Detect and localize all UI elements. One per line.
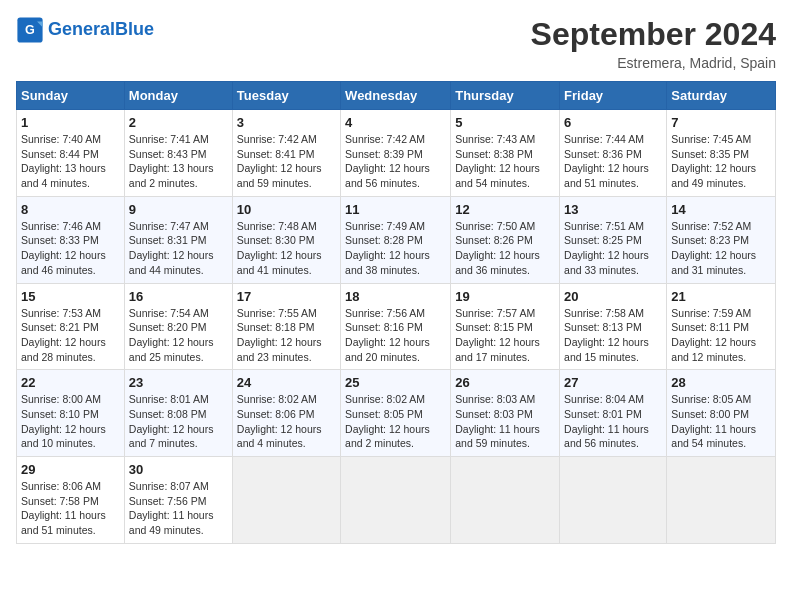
day-number: 12 <box>455 202 555 217</box>
day-number: 1 <box>21 115 120 130</box>
day-info: Sunrise: 7:43 AMSunset: 8:38 PMDaylight:… <box>455 132 555 191</box>
day-number: 13 <box>564 202 662 217</box>
day-info: Sunrise: 7:47 AMSunset: 8:31 PMDaylight:… <box>129 219 228 278</box>
day-number: 5 <box>455 115 555 130</box>
day-info: Sunrise: 8:07 AMSunset: 7:56 PMDaylight:… <box>129 479 228 538</box>
calendar-cell: 25 Sunrise: 8:02 AMSunset: 8:05 PMDaylig… <box>341 370 451 457</box>
day-info: Sunrise: 7:53 AMSunset: 8:21 PMDaylight:… <box>21 306 120 365</box>
calendar-cell <box>232 457 340 544</box>
calendar-cell: 10 Sunrise: 7:48 AMSunset: 8:30 PMDaylig… <box>232 196 340 283</box>
calendar-cell: 6 Sunrise: 7:44 AMSunset: 8:36 PMDayligh… <box>560 110 667 197</box>
calendar-cell: 19 Sunrise: 7:57 AMSunset: 8:15 PMDaylig… <box>451 283 560 370</box>
day-number: 29 <box>21 462 120 477</box>
day-number: 10 <box>237 202 336 217</box>
calendar-cell: 17 Sunrise: 7:55 AMSunset: 8:18 PMDaylig… <box>232 283 340 370</box>
calendar-cell: 9 Sunrise: 7:47 AMSunset: 8:31 PMDayligh… <box>124 196 232 283</box>
calendar-week-2: 8 Sunrise: 7:46 AMSunset: 8:33 PMDayligh… <box>17 196 776 283</box>
day-info: Sunrise: 8:03 AMSunset: 8:03 PMDaylight:… <box>455 392 555 451</box>
location: Estremera, Madrid, Spain <box>531 55 776 71</box>
day-info: Sunrise: 7:42 AMSunset: 8:41 PMDaylight:… <box>237 132 336 191</box>
day-number: 30 <box>129 462 228 477</box>
title-block: September 2024 Estremera, Madrid, Spain <box>531 16 776 71</box>
day-number: 2 <box>129 115 228 130</box>
calendar-cell: 3 Sunrise: 7:42 AMSunset: 8:41 PMDayligh… <box>232 110 340 197</box>
month-year: September 2024 <box>531 16 776 53</box>
calendar-cell: 5 Sunrise: 7:43 AMSunset: 8:38 PMDayligh… <box>451 110 560 197</box>
day-number: 21 <box>671 289 771 304</box>
day-number: 20 <box>564 289 662 304</box>
svg-text:G: G <box>25 23 35 37</box>
day-info: Sunrise: 7:52 AMSunset: 8:23 PMDaylight:… <box>671 219 771 278</box>
day-header-saturday: Saturday <box>667 82 776 110</box>
day-header-friday: Friday <box>560 82 667 110</box>
day-number: 27 <box>564 375 662 390</box>
calendar-week-3: 15 Sunrise: 7:53 AMSunset: 8:21 PMDaylig… <box>17 283 776 370</box>
calendar-cell: 27 Sunrise: 8:04 AMSunset: 8:01 PMDaylig… <box>560 370 667 457</box>
logo-text: GeneralBlue <box>48 20 154 40</box>
day-number: 9 <box>129 202 228 217</box>
day-number: 3 <box>237 115 336 130</box>
day-header-sunday: Sunday <box>17 82 125 110</box>
calendar-week-1: 1 Sunrise: 7:40 AMSunset: 8:44 PMDayligh… <box>17 110 776 197</box>
day-header-thursday: Thursday <box>451 82 560 110</box>
day-number: 23 <box>129 375 228 390</box>
calendar-cell: 2 Sunrise: 7:41 AMSunset: 8:43 PMDayligh… <box>124 110 232 197</box>
day-info: Sunrise: 7:55 AMSunset: 8:18 PMDaylight:… <box>237 306 336 365</box>
day-info: Sunrise: 7:49 AMSunset: 8:28 PMDaylight:… <box>345 219 446 278</box>
calendar-cell: 29 Sunrise: 8:06 AMSunset: 7:58 PMDaylig… <box>17 457 125 544</box>
calendar-cell: 1 Sunrise: 7:40 AMSunset: 8:44 PMDayligh… <box>17 110 125 197</box>
calendar-cell <box>667 457 776 544</box>
day-number: 14 <box>671 202 771 217</box>
calendar-week-4: 22 Sunrise: 8:00 AMSunset: 8:10 PMDaylig… <box>17 370 776 457</box>
day-info: Sunrise: 8:01 AMSunset: 8:08 PMDaylight:… <box>129 392 228 451</box>
calendar-cell: 7 Sunrise: 7:45 AMSunset: 8:35 PMDayligh… <box>667 110 776 197</box>
calendar-week-5: 29 Sunrise: 8:06 AMSunset: 7:58 PMDaylig… <box>17 457 776 544</box>
day-header-monday: Monday <box>124 82 232 110</box>
day-header-tuesday: Tuesday <box>232 82 340 110</box>
calendar-cell: 21 Sunrise: 7:59 AMSunset: 8:11 PMDaylig… <box>667 283 776 370</box>
calendar-table: SundayMondayTuesdayWednesdayThursdayFrid… <box>16 81 776 544</box>
day-info: Sunrise: 8:04 AMSunset: 8:01 PMDaylight:… <box>564 392 662 451</box>
calendar-cell: 26 Sunrise: 8:03 AMSunset: 8:03 PMDaylig… <box>451 370 560 457</box>
day-number: 11 <box>345 202 446 217</box>
calendar-cell: 8 Sunrise: 7:46 AMSunset: 8:33 PMDayligh… <box>17 196 125 283</box>
day-info: Sunrise: 8:02 AMSunset: 8:05 PMDaylight:… <box>345 392 446 451</box>
day-number: 25 <box>345 375 446 390</box>
day-number: 16 <box>129 289 228 304</box>
day-number: 18 <box>345 289 446 304</box>
day-info: Sunrise: 8:00 AMSunset: 8:10 PMDaylight:… <box>21 392 120 451</box>
day-info: Sunrise: 7:44 AMSunset: 8:36 PMDaylight:… <box>564 132 662 191</box>
day-info: Sunrise: 7:45 AMSunset: 8:35 PMDaylight:… <box>671 132 771 191</box>
day-info: Sunrise: 8:02 AMSunset: 8:06 PMDaylight:… <box>237 392 336 451</box>
day-info: Sunrise: 8:06 AMSunset: 7:58 PMDaylight:… <box>21 479 120 538</box>
calendar-cell <box>560 457 667 544</box>
calendar-header-row: SundayMondayTuesdayWednesdayThursdayFrid… <box>17 82 776 110</box>
calendar-cell <box>451 457 560 544</box>
calendar-cell: 12 Sunrise: 7:50 AMSunset: 8:26 PMDaylig… <box>451 196 560 283</box>
day-info: Sunrise: 7:59 AMSunset: 8:11 PMDaylight:… <box>671 306 771 365</box>
day-number: 22 <box>21 375 120 390</box>
day-number: 15 <box>21 289 120 304</box>
day-number: 6 <box>564 115 662 130</box>
day-number: 17 <box>237 289 336 304</box>
calendar-cell: 23 Sunrise: 8:01 AMSunset: 8:08 PMDaylig… <box>124 370 232 457</box>
day-header-wednesday: Wednesday <box>341 82 451 110</box>
day-number: 28 <box>671 375 771 390</box>
day-info: Sunrise: 7:42 AMSunset: 8:39 PMDaylight:… <box>345 132 446 191</box>
day-info: Sunrise: 7:57 AMSunset: 8:15 PMDaylight:… <box>455 306 555 365</box>
day-info: Sunrise: 7:41 AMSunset: 8:43 PMDaylight:… <box>129 132 228 191</box>
calendar-cell: 28 Sunrise: 8:05 AMSunset: 8:00 PMDaylig… <box>667 370 776 457</box>
logo-icon: G <box>16 16 44 44</box>
day-number: 7 <box>671 115 771 130</box>
day-info: Sunrise: 7:40 AMSunset: 8:44 PMDaylight:… <box>21 132 120 191</box>
calendar-cell: 14 Sunrise: 7:52 AMSunset: 8:23 PMDaylig… <box>667 196 776 283</box>
day-info: Sunrise: 7:50 AMSunset: 8:26 PMDaylight:… <box>455 219 555 278</box>
calendar-cell: 15 Sunrise: 7:53 AMSunset: 8:21 PMDaylig… <box>17 283 125 370</box>
calendar-cell: 13 Sunrise: 7:51 AMSunset: 8:25 PMDaylig… <box>560 196 667 283</box>
calendar-cell: 24 Sunrise: 8:02 AMSunset: 8:06 PMDaylig… <box>232 370 340 457</box>
day-info: Sunrise: 7:54 AMSunset: 8:20 PMDaylight:… <box>129 306 228 365</box>
calendar-cell: 16 Sunrise: 7:54 AMSunset: 8:20 PMDaylig… <box>124 283 232 370</box>
calendar-cell: 18 Sunrise: 7:56 AMSunset: 8:16 PMDaylig… <box>341 283 451 370</box>
page-header: G GeneralBlue September 2024 Estremera, … <box>16 16 776 71</box>
day-number: 4 <box>345 115 446 130</box>
